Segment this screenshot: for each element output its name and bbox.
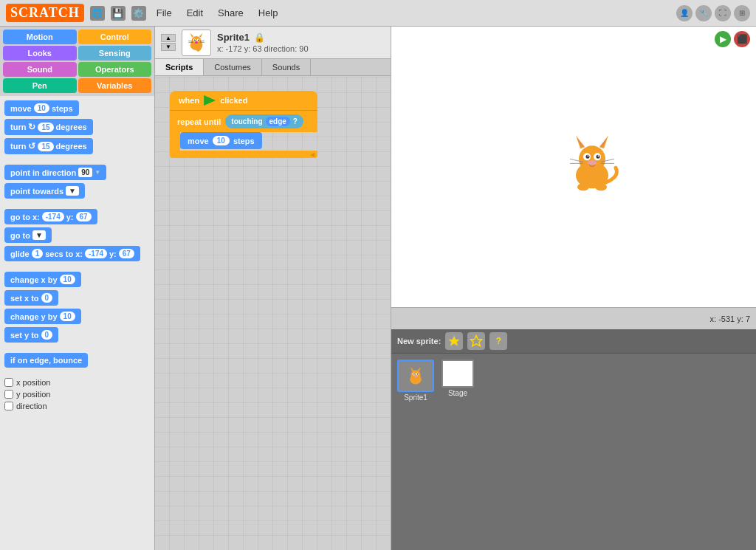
wrench-icon[interactable]: 🔧 <box>695 5 712 21</box>
direction-checkbox[interactable] <box>4 402 13 410</box>
scroll-down-btn[interactable]: ▼ <box>161 43 176 51</box>
stage-cat <box>555 125 629 199</box>
block-x-position[interactable]: x position <box>4 378 150 387</box>
block-move[interactable]: move 10 steps <box>4 100 79 116</box>
svg-marker-37 <box>410 367 414 371</box>
menu-share[interactable]: Share <box>213 6 248 20</box>
question-mark: ? <box>293 117 298 126</box>
scroll-up-btn[interactable]: ▲ <box>161 34 176 42</box>
svg-marker-33 <box>449 336 460 346</box>
scratch-logo: SCRATCH <box>6 4 84 22</box>
block-point-towards[interactable]: point towards ▼ <box>4 183 85 199</box>
x-position-checkbox[interactable] <box>4 378 13 387</box>
sprites-list: Sprite1 Stage <box>391 354 756 408</box>
block-turn-cw[interactable]: turn ↻ 15 degrees <box>4 119 93 135</box>
sprite-item-sprite1[interactable]: Sprite1 <box>396 358 436 403</box>
menu-edit[interactable]: Edit <box>182 6 207 20</box>
script-block-group: when clicked repeat until touching edge … <box>170 91 317 158</box>
cat-control[interactable]: Control <box>78 30 152 44</box>
topbar: SCRATCH 🌐 💾 ⚙️ File Edit Share Help 👤 🔧 … <box>0 0 756 27</box>
move-inner-val[interactable]: 10 <box>213 136 230 145</box>
svg-point-36 <box>410 370 420 379</box>
cat-sensing[interactable]: Sensing <box>78 46 152 61</box>
cat-motion[interactable]: Motion <box>3 30 77 44</box>
stage-bottom: x: -531 y: 7 <box>391 307 756 329</box>
block-turn-ccw[interactable]: turn ↺ 15 degrees <box>4 138 93 154</box>
menu-help[interactable]: Help <box>254 6 283 20</box>
paint-sprite-btn[interactable] <box>445 332 463 350</box>
globe-icon[interactable]: 🌐 <box>90 6 105 21</box>
direction-label: direction <box>16 402 47 410</box>
tab-sounds[interactable]: Sounds <box>262 59 311 75</box>
script-canvas[interactable]: when clicked repeat until touching edge … <box>155 76 391 550</box>
svg-point-31 <box>577 183 589 190</box>
cat-operators[interactable]: Operators <box>78 62 152 77</box>
stage-label: Stage <box>448 389 467 397</box>
y-position-checkbox[interactable] <box>4 390 13 399</box>
block-point-direction[interactable]: point in direction 90 ▼ <box>4 165 106 180</box>
block-y-position[interactable]: y position <box>4 390 150 399</box>
svg-point-8 <box>195 41 199 43</box>
right-panel: ▶ ⬛ <box>391 27 756 550</box>
block-set-y[interactable]: set y to 0 <box>4 327 58 343</box>
svg-point-24 <box>587 155 588 157</box>
block-go-to[interactable]: go to ▼ <box>4 227 52 243</box>
block-direction[interactable]: direction <box>4 402 150 410</box>
sprite-coords: x: -172 y: 63 direction: 90 <box>217 44 309 53</box>
save-icon[interactable]: 💾 <box>111 6 126 21</box>
sprite-info: Sprite1 🔒 x: -172 y: 63 direction: 90 <box>217 32 309 53</box>
svg-marker-2 <box>190 32 194 37</box>
end-bracket-arrow: ◀ <box>310 151 315 158</box>
svg-point-32 <box>595 183 607 190</box>
new-sprite-label: New sprite: <box>397 337 441 346</box>
sprite-item-stage[interactable]: Stage <box>440 358 475 399</box>
block-glide[interactable]: glide 1 secs to x: -174 y: 67 <box>4 246 140 261</box>
sprite-thumbnail <box>183 30 210 56</box>
y-position-label: y position <box>16 390 50 399</box>
categories-grid: Motion Control Looks Sensing Sound Opera… <box>0 27 154 96</box>
sprite1-thumb-img <box>401 362 430 389</box>
cat-pen[interactable]: Pen <box>3 78 77 93</box>
svg-marker-3 <box>199 32 203 37</box>
svg-point-15 <box>579 145 605 172</box>
menu-file[interactable]: File <box>152 6 176 20</box>
choose-sprite-btn[interactable] <box>467 332 485 350</box>
svg-point-6 <box>194 39 196 41</box>
svg-point-25 <box>597 155 599 157</box>
block-change-x[interactable]: change x by 10 <box>4 272 81 287</box>
lock-icon[interactable]: 🔒 <box>254 32 265 43</box>
stop-btn[interactable]: ⬛ <box>734 31 750 47</box>
steps-inner-label: steps <box>233 137 255 145</box>
fullscreen-icon[interactable]: ⛶ <box>715 5 731 21</box>
settings-icon[interactable]: ⚙️ <box>131 6 146 21</box>
grid-icon[interactable]: ⊞ <box>734 5 750 21</box>
user-icon[interactable]: 👤 <box>676 5 693 21</box>
stage-controls: ▶ ⬛ <box>715 31 750 47</box>
script-tabs: Scripts Costumes Sounds <box>155 59 391 76</box>
block-bounce[interactable]: if on edge, bounce <box>4 353 88 368</box>
block-go-to-xy[interactable]: go to x: -174 y: 67 <box>4 209 97 224</box>
surprise-sprite-btn[interactable]: ? <box>489 332 507 350</box>
edge-val[interactable]: edge <box>266 117 290 126</box>
block-change-y[interactable]: change y by 10 <box>4 309 81 324</box>
block-set-x[interactable]: set x to 0 <box>4 290 58 306</box>
when-label: when <box>179 96 199 105</box>
stage-thumb <box>441 360 474 388</box>
blocks-list: move 10 steps turn ↻ 15 degrees turn ↺ 1… <box>0 96 154 550</box>
x-position-label: x position <box>16 378 50 387</box>
cat-looks[interactable]: Looks <box>3 46 77 61</box>
tab-costumes[interactable]: Costumes <box>204 59 262 75</box>
svg-point-41 <box>413 374 415 375</box>
svg-point-26 <box>588 160 597 165</box>
cat-variables[interactable]: Variables <box>78 78 152 93</box>
cat-sound[interactable]: Sound <box>3 62 77 77</box>
sprites-area: New sprite: ? <box>391 329 756 550</box>
stage-coords: x: -531 y: 7 <box>710 314 750 323</box>
svg-point-43 <box>414 375 418 377</box>
star-outline-icon <box>470 334 483 348</box>
star-paint-icon <box>447 334 461 348</box>
green-flag-btn[interactable]: ▶ <box>715 31 731 47</box>
sprite1-label: Sprite1 <box>404 393 427 402</box>
main-layout: Motion Control Looks Sensing Sound Opera… <box>0 27 756 550</box>
tab-scripts[interactable]: Scripts <box>155 59 204 75</box>
